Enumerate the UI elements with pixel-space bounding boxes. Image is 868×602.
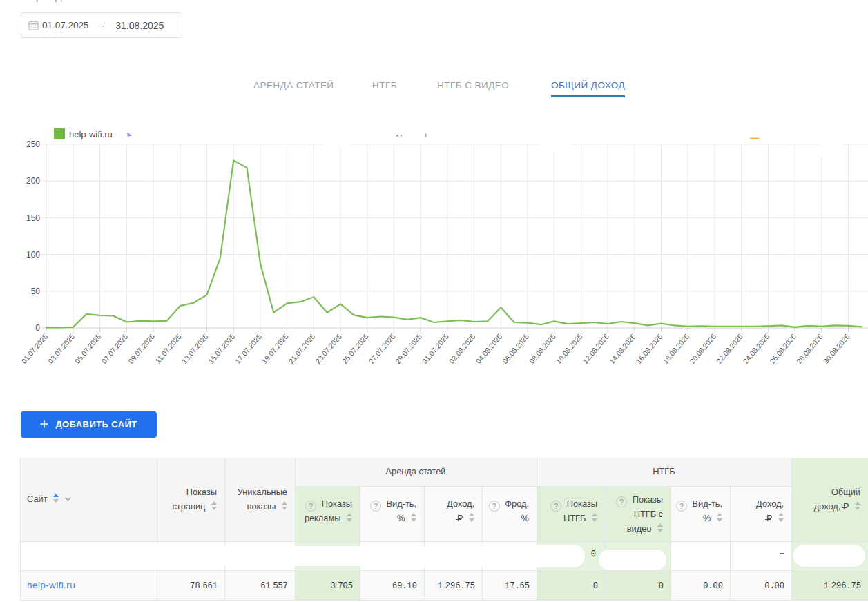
svg-text:02.08.2025: 02.08.2025 [447, 332, 477, 365]
svg-text:20.08.2025: 20.08.2025 [688, 332, 717, 365]
svg-text:12.08.2025: 12.08.2025 [581, 332, 610, 365]
svg-text:24.08.2025: 24.08.2025 [741, 332, 771, 365]
svg-text:100: 100 [26, 250, 40, 260]
svg-text:25.07.2025: 25.07.2025 [340, 332, 370, 365]
svg-text:150: 150 [26, 213, 40, 223]
svg-text:13.07.2025: 13.07.2025 [180, 332, 210, 365]
svg-text:04.08.2025: 04.08.2025 [474, 332, 503, 365]
svg-text:27.07.2025: 27.07.2025 [367, 332, 396, 365]
svg-text:07.07.2025: 07.07.2025 [99, 332, 129, 365]
svg-text:18.08.2025: 18.08.2025 [661, 332, 691, 365]
svg-text:03.07.2025: 03.07.2025 [46, 332, 76, 365]
svg-text:15.07.2025: 15.07.2025 [206, 332, 236, 365]
svg-text:19.07.2025: 19.07.2025 [260, 332, 290, 365]
svg-text:200: 200 [26, 176, 40, 186]
svg-text:29.07.2025: 29.07.2025 [394, 332, 423, 365]
svg-text:17.07.2025: 17.07.2025 [233, 332, 263, 365]
svg-text:08.08.2025: 08.08.2025 [528, 332, 557, 365]
svg-text:50: 50 [31, 287, 41, 296]
svg-text:30.08.2025: 30.08.2025 [822, 332, 851, 365]
svg-text:11.07.2025: 11.07.2025 [153, 332, 183, 365]
svg-text:09.07.2025: 09.07.2025 [126, 332, 156, 365]
svg-text:250: 250 [26, 139, 40, 149]
svg-text:28.08.2025: 28.08.2025 [795, 332, 824, 365]
svg-text:01.07.2025: 01.07.2025 [19, 332, 49, 365]
svg-text:23.07.2025: 23.07.2025 [314, 332, 343, 365]
svg-text:05.07.2025: 05.07.2025 [73, 332, 103, 365]
svg-text:22.08.2025: 22.08.2025 [715, 332, 744, 365]
svg-text:26.08.2025: 26.08.2025 [768, 332, 798, 365]
svg-text:21.07.2025: 21.07.2025 [287, 332, 316, 365]
svg-text:14.08.2025: 14.08.2025 [608, 332, 637, 365]
svg-text:06.08.2025: 06.08.2025 [501, 332, 530, 365]
svg-text:10.08.2025: 10.08.2025 [554, 332, 584, 365]
svg-text:16.08.2025: 16.08.2025 [635, 332, 664, 365]
svg-text:31.07.2025: 31.07.2025 [421, 332, 450, 365]
svg-text:help-wifi.ru: help-wifi.ru [69, 129, 113, 139]
svg-text:0: 0 [35, 323, 40, 333]
